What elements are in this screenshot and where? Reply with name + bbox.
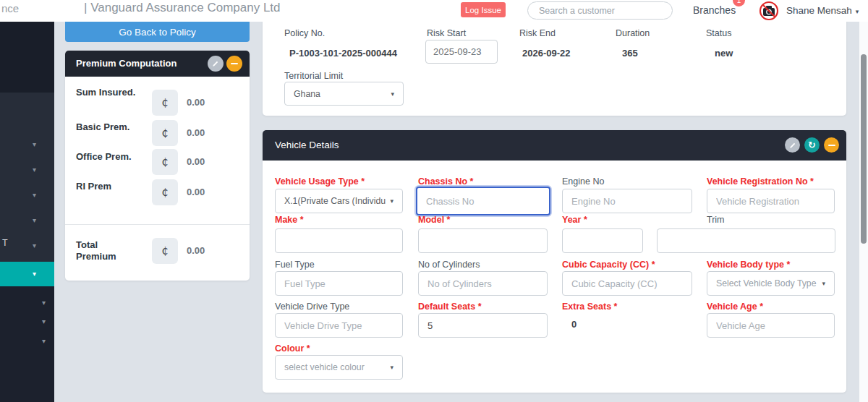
edit-button[interactable] — [208, 56, 224, 72]
policy-summary-panel: Policy No. Risk Start Risk End Duration … — [263, 7, 846, 116]
make-label: Make * — [275, 215, 304, 225]
make-input[interactable] — [275, 228, 403, 253]
chassis-label: Chassis No * — [418, 176, 473, 187]
chevron-down-icon[interactable]: ▾ — [42, 338, 46, 345]
customer-search-input[interactable] — [527, 1, 673, 20]
branches-menu[interactable]: Branches — [693, 4, 736, 16]
premium-panel-header: Premium Computation — [65, 51, 250, 77]
scrollbar-thumb[interactable] — [861, 54, 867, 244]
status-value: new — [715, 48, 733, 59]
sidebar-item-active[interactable]: ▾ — [0, 262, 54, 286]
divider — [65, 224, 250, 225]
chevron-down-icon: ▾ — [391, 90, 394, 98]
premium-row-label: Sum Insured. — [76, 87, 140, 98]
collapse-button[interactable] — [824, 137, 839, 153]
cubic-capacity-label: Cubic Capacity (CC) * — [562, 260, 655, 270]
year-label: Year * — [562, 215, 587, 225]
minus-icon — [828, 145, 835, 146]
territorial-limit-select[interactable]: Ghana ▾ — [284, 82, 404, 106]
premium-row-label: Basic Prem. — [76, 121, 140, 133]
status-label: Status — [706, 28, 731, 38]
risk-start-label: Risk Start — [427, 28, 466, 38]
currency-symbol: ₵ — [152, 120, 178, 146]
fuel-type-input[interactable] — [275, 271, 403, 296]
risk-start-input[interactable] — [425, 40, 498, 64]
model-input[interactable] — [418, 228, 548, 253]
extra-seats-value: 0 — [571, 319, 576, 330]
territorial-limit-label: Territorial Limit — [284, 71, 343, 81]
no-photo-avatar-icon[interactable] — [759, 1, 779, 21]
pencil-icon — [212, 60, 219, 67]
vehicle-age-input[interactable] — [707, 313, 835, 338]
total-premium-value: 0.00 — [187, 245, 205, 256]
currency-symbol: ₵ — [152, 238, 178, 264]
sidebar-item-label-partial: T — [2, 238, 8, 248]
chevron-down-icon[interactable]: ▾ — [33, 217, 36, 224]
chevron-down-icon: ▾ — [822, 280, 825, 287]
extra-seats-label: Extra Seats * — [562, 302, 617, 312]
vertical-scrollbar[interactable] — [859, 22, 868, 402]
default-seats-input[interactable] — [418, 313, 548, 338]
collapse-button[interactable] — [226, 56, 242, 72]
refresh-button[interactable]: ↻ — [804, 137, 820, 153]
fuel-type-label: Fuel Type — [275, 260, 315, 270]
chevron-down-icon: ▾ — [33, 270, 36, 278]
colour-label: Colour * — [275, 343, 310, 354]
pencil-icon — [789, 142, 796, 149]
user-menu[interactable]: Shane Mensah▾ — [786, 5, 859, 16]
cylinders-label: No of Cylinders — [418, 260, 480, 270]
policy-no-label: Policy No. — [284, 28, 325, 38]
premium-row-label: Office Prem. — [76, 151, 140, 163]
body-type-select[interactable]: Select Vehicle Body Type ▾ — [707, 271, 835, 296]
cylinders-input[interactable] — [418, 271, 548, 296]
sidebar-footer-block: ▾ ▾ ▾ — [0, 286, 54, 402]
refresh-icon: ↻ — [808, 140, 816, 150]
engine-input[interactable] — [562, 189, 692, 213]
premium-row-label: RI Prem — [76, 181, 140, 192]
cubic-capacity-input[interactable] — [562, 271, 692, 296]
drive-type-input[interactable] — [275, 313, 403, 338]
brand-text-partial: nce — [1, 2, 19, 14]
duration-value: 365 — [622, 48, 638, 59]
sidebar-nav: ▾ ▾ ▾ ▾ T ▾ ▾ ▾ ▾ ▾ — [0, 22, 54, 402]
model-label: Model * — [418, 215, 450, 225]
top-navbar: nce | Vanguard Assurance Company Ltd Log… — [0, 0, 868, 22]
chevron-down-icon: ▾ — [856, 8, 859, 15]
premium-row-value: 0.00 — [187, 127, 205, 138]
log-issue-button[interactable]: Log Issue — [461, 2, 506, 17]
registration-label: Vehicle Registration No * — [707, 176, 814, 187]
usage-type-value: X.1(Private Cars (Individu — [284, 196, 386, 206]
chevron-down-icon[interactable]: ▾ — [33, 141, 36, 148]
engine-label: Engine No — [562, 176, 604, 187]
user-name: Shane Mensah — [786, 5, 852, 16]
body-type-value: Select Vehicle Body Type — [716, 278, 817, 288]
minus-icon — [231, 63, 238, 64]
currency-symbol: ₵ — [152, 149, 178, 175]
vehicle-panel-header: Vehicle Details ↻ — [263, 130, 846, 161]
chevron-down-icon[interactable]: ▾ — [42, 318, 46, 325]
premium-computation-panel: Premium Computation Sum Insured. ₵ 0.00 … — [65, 51, 250, 281]
premium-row-value: 0.00 — [187, 97, 205, 108]
chassis-input[interactable] — [416, 187, 550, 215]
trim-label: Trim — [707, 215, 725, 225]
sidebar-header-block — [0, 22, 54, 93]
body-type-label: Vehicle Body type * — [707, 260, 790, 270]
policy-no-value: P-1003-101-2025-000444 — [289, 48, 397, 59]
duration-label: Duration — [616, 28, 650, 38]
colour-select[interactable]: select vehicle colour ▾ — [275, 355, 403, 380]
chevron-down-icon[interactable]: ▾ — [42, 299, 46, 307]
premium-row-value: 0.00 — [187, 156, 205, 167]
trim-input[interactable] — [657, 228, 835, 253]
premium-row-value: 0.00 — [187, 187, 205, 197]
territorial-limit-value: Ghana — [294, 89, 320, 99]
chevron-down-icon[interactable]: ▾ — [33, 242, 36, 249]
risk-end-label: Risk End — [519, 28, 556, 38]
usage-type-select[interactable]: X.1(Private Cars (Individu ▾ — [275, 189, 403, 213]
chevron-down-icon[interactable]: ▾ — [33, 192, 36, 199]
usage-type-label: Vehicle Usage Type * — [275, 176, 365, 187]
chevron-down-icon[interactable]: ▾ — [33, 166, 36, 174]
edit-button[interactable] — [785, 137, 800, 153]
year-input[interactable] — [562, 228, 643, 253]
currency-symbol: ₵ — [152, 179, 178, 205]
registration-input[interactable] — [707, 189, 835, 213]
